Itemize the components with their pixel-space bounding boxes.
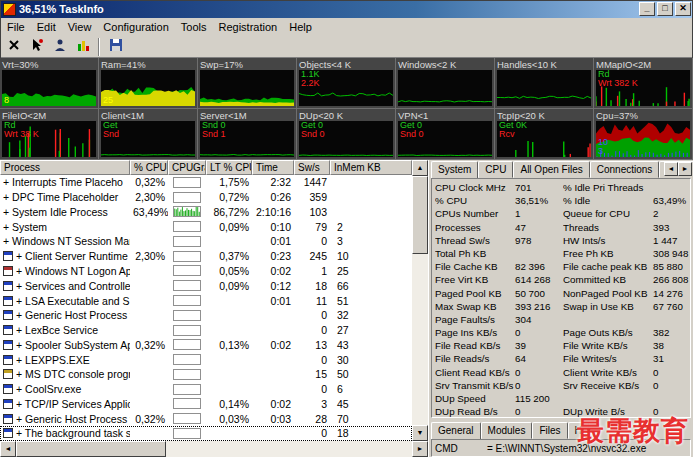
- process-row[interactable]: + LexBce Service027: [0, 323, 412, 338]
- title-bar[interactable]: 36,51% TaskInfo _ □ ✕: [0, 0, 693, 18]
- stat-row: % CPU36,51%% Idle63,49%: [435, 194, 690, 207]
- graph-options-button[interactable]: [71, 37, 94, 57]
- column-header--cpu[interactable]: % CPU: [130, 160, 168, 175]
- stat-value: [515, 247, 563, 260]
- scroll-right-button[interactable]: ►: [412, 441, 428, 457]
- cpu-graph-box: [173, 236, 201, 247]
- stat-label: Page Outs KB/s: [563, 326, 653, 339]
- process-row[interactable]: + MS DTC console progr1550: [0, 367, 412, 382]
- maximize-button[interactable]: □: [657, 2, 673, 16]
- process-row[interactable]: + Services and Controller0,09%0:121866: [0, 278, 412, 293]
- stat-value: 0: [515, 379, 563, 392]
- cpu-graph-cell: [168, 369, 206, 380]
- vertical-scroll-thumb[interactable]: [412, 176, 428, 254]
- column-header-cpugraph[interactable]: CPUGraph: [168, 160, 206, 175]
- horizontal-scroll-thumb[interactable]: [16, 441, 166, 457]
- taskinfo-window: 36,51% TaskInfo _ □ ✕ FileEditViewConfig…: [0, 0, 693, 457]
- graph-cell-handles: Handles<10 K: [495, 58, 594, 109]
- inmem-cell: 10: [330, 249, 412, 263]
- menu-configuration[interactable]: Configuration: [97, 19, 174, 35]
- column-header-process[interactable]: Process: [0, 160, 130, 175]
- stat-value: [653, 181, 690, 194]
- process-row[interactable]: + Generic Host Process f032: [0, 308, 412, 323]
- stat-label: CPUs Number: [435, 207, 515, 220]
- inmem-cell: 70: [330, 412, 412, 426]
- close-button[interactable]: ✕: [675, 2, 691, 16]
- stat-row: Page Faults/s304: [435, 313, 690, 326]
- minimize-button[interactable]: _: [639, 2, 655, 16]
- tab-general[interactable]: General: [431, 422, 481, 439]
- graph-plot: GetSnd: [101, 121, 195, 157]
- lt-cpu-cell: 0,05%: [206, 264, 252, 278]
- tab-system[interactable]: System: [431, 161, 478, 178]
- menu-registration[interactable]: Registration: [212, 19, 283, 35]
- stat-value: 304: [515, 313, 563, 326]
- tab-scroll-left-button[interactable]: ◄: [664, 162, 678, 176]
- tab-connections[interactable]: Connections: [590, 161, 660, 178]
- tab-files[interactable]: Files: [532, 422, 567, 439]
- graph-value-2: Snd 1: [202, 130, 226, 139]
- menu-file[interactable]: File: [1, 19, 31, 35]
- menu-edit[interactable]: Edit: [31, 19, 62, 35]
- process-row[interactable]: + Windows NT Session Man0:0103: [0, 234, 412, 249]
- process-row[interactable]: + TCP/IP Services Applic0,14%0:02345: [0, 396, 412, 411]
- menu-view[interactable]: View: [62, 19, 98, 35]
- menu-help[interactable]: Help: [283, 19, 318, 35]
- stat-label: File Write KB/s: [563, 339, 653, 352]
- graph-cell-server: Server<1MSnd 0Snd 1: [198, 109, 297, 160]
- process-row[interactable]: + Generic Host Process f0,32%0,03%0:0328…: [0, 411, 412, 426]
- tab-scroll-right-button[interactable]: ►: [678, 162, 692, 176]
- graph-cell-label: Windows<2 K: [396, 58, 494, 70]
- process-row[interactable]: + LEXPPS.EXE030: [0, 352, 412, 367]
- inmem-cell: 25: [330, 264, 412, 278]
- process-row[interactable]: + CoolSrv.exe06: [0, 382, 412, 397]
- time-cell: 0:02: [252, 397, 294, 411]
- stat-value: 308 948: [653, 247, 690, 260]
- column-header-inmem-kb[interactable]: InMem KB: [330, 160, 412, 175]
- stat-label: % Idle: [563, 194, 653, 207]
- tab-all-open-files[interactable]: All Open Files: [513, 161, 589, 178]
- graph-cell-client: Client<1MGetSnd: [99, 109, 198, 160]
- process-row[interactable]: + Spooler SubSystem Ap0,32%0,13%0:021343: [0, 337, 412, 352]
- scroll-left-button[interactable]: ◄: [0, 441, 16, 457]
- process-row[interactable]: + System0,09%0:10792: [0, 219, 412, 234]
- process-horizontal-scrollbar[interactable]: ◄ ►: [0, 441, 428, 457]
- stat-label: NonPaged Pool KB: [563, 287, 653, 300]
- time-cell: 2:10:16: [252, 205, 294, 219]
- stat-value: 14 276: [653, 287, 690, 300]
- stat-row: Max Swap KB393 216Swap in Use KB67 760: [435, 300, 690, 313]
- process-info-button[interactable]: [48, 37, 71, 57]
- process-row[interactable]: + Client Server Runtime F2,30%0,37%0:232…: [0, 249, 412, 264]
- swaps-cell: 1447: [294, 175, 330, 189]
- kill-process-button[interactable]: [2, 37, 25, 57]
- stat-value: 85 880: [653, 260, 690, 273]
- stat-value: [653, 313, 690, 326]
- scroll-down-button[interactable]: ▼: [412, 425, 428, 441]
- column-header-sw-s[interactable]: Sw/s: [294, 160, 330, 175]
- column-header-time[interactable]: Time: [252, 160, 294, 175]
- stat-row: File Reads/s64File Writes/s31: [435, 352, 690, 365]
- process-name-cell: + DPC Time Placeholder: [0, 190, 130, 204]
- process-row[interactable]: + The background task s018: [0, 426, 412, 441]
- toolbar-separator: [98, 38, 100, 56]
- swaps-cell: 18: [294, 279, 330, 293]
- scroll-up-button[interactable]: ▲: [412, 160, 428, 176]
- stat-value: 67 760: [653, 300, 690, 313]
- process-row[interactable]: + System Idle Process63,49%86,72%2:10:16…: [0, 205, 412, 220]
- process-row[interactable]: + DPC Time Placeholder2,30%0,72%0:26359: [0, 190, 412, 205]
- stat-label: Swap in Use KB: [563, 300, 653, 313]
- stat-row: Processes47Threads393: [435, 221, 690, 234]
- save-button[interactable]: [104, 37, 127, 57]
- process-row[interactable]: + LSA Executable and S0:011151: [0, 293, 412, 308]
- tab-scroll-arrows: ◄ ►: [664, 162, 692, 176]
- select-process-button[interactable]: [25, 37, 48, 57]
- tab-cpu[interactable]: CPU: [478, 161, 513, 178]
- tab-modules[interactable]: Modules: [481, 422, 533, 439]
- process-row[interactable]: + Interrupts Time Placeho0,32%1,75%2:321…: [0, 175, 412, 190]
- process-vertical-scrollbar[interactable]: ▲ ▼: [412, 160, 428, 441]
- inmem-cell: 45: [330, 397, 412, 411]
- menu-tools[interactable]: Tools: [175, 19, 213, 35]
- app-icon: [3, 428, 13, 438]
- process-row[interactable]: + Windows NT Logon Ap0,05%0:02125: [0, 264, 412, 279]
- column-header-lt-cpu[interactable]: LT % CPU: [206, 160, 252, 175]
